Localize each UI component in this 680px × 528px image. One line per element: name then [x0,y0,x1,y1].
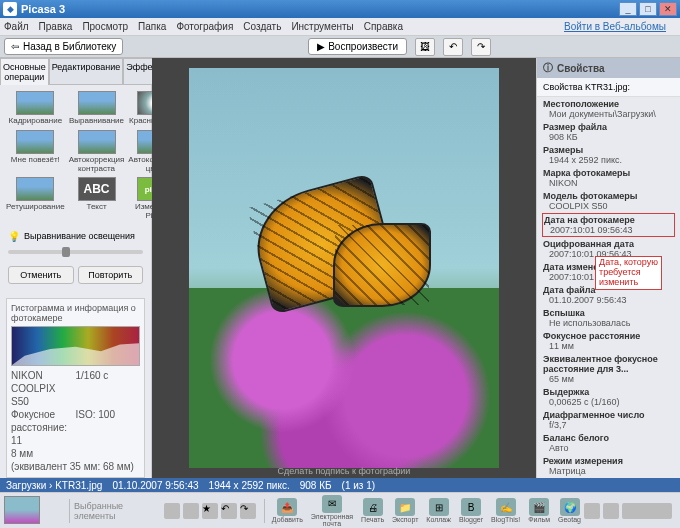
properties-filename: Свойства KTR31.jpg: [537,78,680,97]
properties-panel: ⓘ Свойства Свойства KTR31.jpg: Местополо… [536,58,680,478]
bottom-tool-8[interactable]: 🌍Geotag [555,498,584,523]
tool-retouch[interactable]: Ретуширование [6,177,65,221]
window-title: Picasa 3 [21,3,619,15]
histogram-box: Гистограмма и информация о фотокамере NI… [6,298,145,478]
signin-link[interactable]: Войти в Веб-альбомы [564,21,666,32]
canvas-panel: Сделать подпись к фотографии [152,58,536,478]
menu-create[interactable]: Создать [243,21,281,32]
tool-grid: Кадрирование Выравнивание Красные глаза … [0,85,151,227]
tool-straighten[interactable]: Выравнивание [69,91,125,126]
fill-light-slider[interactable] [8,250,143,254]
menu-file[interactable]: Файл [4,21,29,32]
app-icon: ◆ [3,2,17,16]
bottom-tool-0[interactable]: 📤Добавить [269,498,306,523]
bottom-tool-5[interactable]: BBlogger [456,498,486,523]
bottom-tool-2[interactable]: 🖨Печать [358,498,387,523]
caption-field[interactable]: Сделать подпись к фотографии [278,466,411,476]
bottom-tool-6[interactable]: ✍BlogThis! [488,498,523,523]
bottom-tool-7[interactable]: 🎬Фильм [525,498,553,523]
rotate-right-icon[interactable]: ↷ [471,38,491,56]
rotate-left-icon[interactable]: ↶ [443,38,463,56]
clear-icon[interactable] [183,503,199,519]
main-area: Основные операции Редактирование Эффекты… [0,58,680,478]
property-row: Выдержка0,00625 с (1/160) [543,387,674,407]
property-row: Марка фотокамерыNIKON [543,168,674,188]
tool-crop[interactable]: Кадрирование [6,91,65,126]
play-icon: ▶ [317,41,325,52]
thumbnail-icon[interactable]: 🖼 [415,38,435,56]
property-row: МестоположениеМои документы\Загрузки\ [543,99,674,119]
bottom-bar: Выбранные элементы ★ ↶ ↷ 📤Добавить✉Элект… [0,492,680,528]
redo-button[interactable]: Повторить [78,266,144,284]
menu-view[interactable]: Просмотр [82,21,128,32]
edit-tabs: Основные операции Редактирование Эффекты [0,58,151,85]
tool-autocontrast[interactable]: Автокоррекция контраста [69,130,125,174]
property-row: ВспышкаНе использовалась [543,308,674,328]
property-row: Фокусное расстояние11 мм [543,331,674,351]
titlebar: ◆ Picasa 3 _ □ ✕ [0,0,680,18]
maximize-button[interactable]: □ [639,2,657,16]
left-panel: Основные операции Редактирование Эффекты… [0,58,152,478]
property-row: Диафрагменное числоf/3,7 [543,410,674,430]
tab-basic[interactable]: Основные операции [0,58,49,85]
property-row: Баланс белогоАвто [543,433,674,453]
back-to-library-button[interactable]: ⇦ Назад в Библиотеку [4,38,123,55]
tool-text[interactable]: ABCТекст [69,177,125,221]
histogram-chart [11,326,140,366]
menu-tools[interactable]: Инструменты [291,21,353,32]
tab-tuning[interactable]: Редактирование [49,58,124,85]
tool-lucky[interactable]: Мне повезёт! [6,130,65,174]
photo-canvas[interactable] [189,68,499,468]
property-row: Эквивалентное фокусное расстояние для 3.… [543,354,674,384]
hold-icon[interactable] [164,503,180,519]
fill-light-row: 💡 Выравнивание освещения [0,227,151,246]
bulb-icon: 💡 [8,231,20,242]
rotate2-icon[interactable]: ↷ [240,503,256,519]
menu-help[interactable]: Справка [364,21,403,32]
bottom-tools: 📤Добавить✉Электронная почта🖨Печать📁Экспо… [269,495,584,527]
property-row: Модель фотокамерыCOOLPIX S50 [543,191,674,211]
toolbar: ⇦ Назад в Библиотеку ▶Воспроизвести 🖼 ↶ … [0,36,680,58]
property-row: Дата на фотокамере2007:10:01 09:56:43 [543,214,674,236]
properties-header: ⓘ Свойства [537,58,680,78]
property-row: Размер файла908 КБ [543,122,674,142]
close-button[interactable]: ✕ [659,2,677,16]
property-row: Режим измеренияМатрица [543,456,674,476]
status-bar: Загрузки › KTR31.jpg 01.10.2007 9:56:43 … [0,478,680,492]
selection-label: Выбранные элементы [74,501,164,521]
menu-photo[interactable]: Фотография [176,21,233,32]
undo-button[interactable]: Отменить [8,266,74,284]
rotate-icon[interactable]: ↶ [221,503,237,519]
annotation-callout: Дата, которую требуется изменить [595,256,662,290]
star-icon[interactable]: ★ [202,503,218,519]
property-row: Размеры1944 x 2592 пикс. [543,145,674,165]
play-button[interactable]: ▶Воспроизвести [308,38,407,55]
bottom-tool-4[interactable]: ⊞Коллаж [423,498,454,523]
menubar: Файл Правка Просмотр Папка Фотография Со… [0,18,680,36]
menu-edit[interactable]: Правка [39,21,73,32]
zoom-1to1-icon[interactable] [603,503,619,519]
back-arrow-icon: ⇦ [11,41,19,52]
minimize-button[interactable]: _ [619,2,637,16]
bottom-tool-3[interactable]: 📁Экспорт [389,498,421,523]
thumbnail-strip[interactable] [4,496,65,526]
zoom-fit-icon[interactable] [584,503,600,519]
info-icon: ⓘ [543,61,553,75]
bottom-tool-1[interactable]: ✉Электронная почта [308,495,356,527]
zoom-slider[interactable] [622,503,672,519]
menu-folder[interactable]: Папка [138,21,166,32]
